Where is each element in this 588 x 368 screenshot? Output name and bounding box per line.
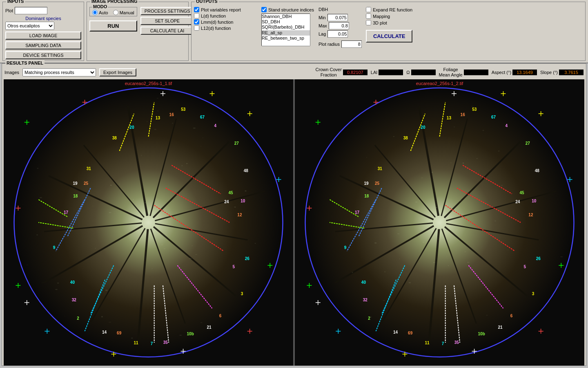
ld-function-checkbox[interactable] <box>194 13 199 18</box>
max-input[interactable] <box>329 22 349 29</box>
results-title: RESULTS PANEL <box>5 61 45 65</box>
foliage-mean-angle-group: FoliageMean Angle <box>439 67 488 78</box>
process-settings-button[interactable]: PROCESS SETTINGS <box>140 7 194 15</box>
plot-radius-label: Plot radius <box>318 42 340 47</box>
crown-cover-label: Crown CoverFraction <box>316 67 342 78</box>
lai-group: LAI <box>371 70 403 75</box>
sampling-data-button[interactable]: SAMPLING DATA <box>5 41 81 49</box>
left-fisheye-canvas <box>4 79 293 366</box>
stand-structure-checkbox[interactable] <box>261 7 267 12</box>
aspect-value: 13.1649 <box>512 70 537 75</box>
plot-variables-report-label: Plot variables report <box>201 7 241 12</box>
right-image-filename: eucareao2_256s-1_2.tif <box>416 81 463 86</box>
stand-structure-row: Stand structure indices <box>261 7 314 12</box>
inputs-panel: INPUTS Plot Dominant species Otros eucal… <box>2 2 84 61</box>
ld-function-label: L(d) function <box>201 13 226 18</box>
stand-structure-label: Stand structure indices <box>268 7 314 12</box>
ld-function-row: L(d) function <box>194 13 257 18</box>
3d-plot-row: 3D plot <box>366 20 412 25</box>
aspect-group: Aspect (°) 13.1649 <box>492 70 537 75</box>
listbox-item-re-between: RE_between_two_sp <box>262 36 310 41</box>
mode-auto-label[interactable]: Auto <box>92 10 108 15</box>
modo-box: MODO Auto Manual <box>89 7 137 16</box>
results-panel: RESULTS PANEL Images Matching process re… <box>2 63 586 366</box>
image-area: eucareao2_256s-1_1.tif eucareao2_256s-1_… <box>4 79 584 366</box>
expand-re-row: Expand RE function <box>366 7 412 12</box>
image-processing-panel: IMAGE PROCESSING MODO Auto Manual <box>87 2 189 61</box>
mapping-checkbox[interactable] <box>366 13 371 19</box>
plot-variables-report-checkbox[interactable] <box>194 7 199 12</box>
device-settings-button[interactable]: DEVICE SETTINGS <box>5 51 81 59</box>
foliage-mean-angle-value <box>464 70 488 75</box>
listbox-item-sqri: SQRI(Barbeito)_DBH <box>262 25 310 30</box>
outputs-title: OUTPUTS <box>195 0 219 4</box>
l12d-function-label: L12(d) function <box>201 26 231 31</box>
omega-group: Ω <box>406 70 435 75</box>
results-images-select[interactable]: Matching process results <box>22 68 96 76</box>
plot-label: Plot <box>5 8 13 13</box>
metrics-bar: Crown CoverFraction 0.82107 LAI Ω Foliag… <box>316 67 584 78</box>
mapping-row: Mapping <box>366 13 412 19</box>
set-slope-button[interactable]: SET SLOPE <box>140 17 194 25</box>
lag-input[interactable] <box>327 30 348 38</box>
listbox-item-sd: SD_DBH <box>262 19 310 25</box>
lai-value <box>379 70 403 75</box>
min-label: Min <box>318 15 326 20</box>
listbox-item-shannon: Shannon_DBH <box>262 14 310 19</box>
omega-value <box>411 70 436 75</box>
lmmd-function-checkbox[interactable] <box>194 19 199 25</box>
aspect-label: Aspect (°) <box>492 70 511 75</box>
dominant-species-label: Dominant species <box>5 16 81 21</box>
listbox-item-re-all: RE_all_sp <box>262 30 310 36</box>
slope-label: Slope (°) <box>540 70 558 75</box>
mode-manual-label[interactable]: Manual <box>113 10 134 15</box>
images-label: Images <box>4 70 19 75</box>
crown-cover-group: Crown CoverFraction 0.82107 <box>316 67 368 78</box>
slope-group: Slope (°) 3.7615 <box>540 70 584 75</box>
modo-title: MODO <box>92 4 108 9</box>
calculate-lai-button[interactable]: CALCULATE LAI <box>140 27 194 35</box>
min-input[interactable] <box>327 14 348 21</box>
export-images-button[interactable]: Export Images <box>99 68 136 76</box>
mapping-label: Mapping <box>373 14 390 19</box>
plot-radius-input[interactable] <box>341 40 362 48</box>
foliage-mean-angle-label: FoliageMean Angle <box>439 67 463 78</box>
3d-plot-checkbox[interactable] <box>366 20 371 25</box>
expand-re-label: Expand RE function <box>373 7 412 12</box>
left-image-filename: eucareao2_256s-1_1.tif <box>125 81 172 86</box>
run-button[interactable]: RUN <box>89 20 137 31</box>
outputs-panel: OUTPUTS Plot variables report L(d) funct… <box>191 2 586 61</box>
crown-cover-value: 0.82107 <box>343 70 368 75</box>
plot-variables-report-row: Plot variables report <box>194 7 257 12</box>
3d-plot-label: 3D plot <box>373 20 387 25</box>
lai-label: LAI <box>371 70 378 75</box>
slope-value: 3.7615 <box>559 70 584 75</box>
max-label: Max <box>318 23 327 28</box>
lmmd-function-label: Lmm(d) function <box>201 20 233 25</box>
right-fisheye-container: eucareao2_256s-1_2.tif <box>295 79 584 366</box>
mode-auto-radio[interactable] <box>92 10 98 15</box>
results-toolbar: Images Matching process results Export I… <box>2 64 586 79</box>
calculate-button[interactable]: CALCULATE <box>366 30 412 43</box>
species-select[interactable]: Otros eucaliptos <box>5 22 54 30</box>
lag-label: Lag <box>318 31 326 36</box>
left-fisheye-container: eucareao2_256s-1_1.tif <box>4 79 293 366</box>
right-fisheye-canvas <box>295 79 584 366</box>
omega-label: Ω <box>406 70 410 75</box>
image-processing-title: IMAGE PROCESSING <box>90 0 138 4</box>
expand-re-checkbox[interactable] <box>366 7 371 12</box>
plot-input[interactable] <box>15 7 47 14</box>
load-image-button[interactable]: LOAD IMAGE <box>5 31 81 40</box>
inputs-title: INPUTS <box>6 0 25 4</box>
l12d-function-checkbox[interactable] <box>194 25 199 31</box>
dbh-label: DBH <box>318 7 362 12</box>
stand-structure-listbox[interactable]: Shannon_DBH SD_DBH SQRI(Barbeito)_DBH RE… <box>261 13 310 46</box>
lmmd-function-row: Lmm(d) function <box>194 19 257 25</box>
l12d-function-row: L12(d) function <box>194 25 257 31</box>
mode-manual-radio[interactable] <box>113 10 118 15</box>
